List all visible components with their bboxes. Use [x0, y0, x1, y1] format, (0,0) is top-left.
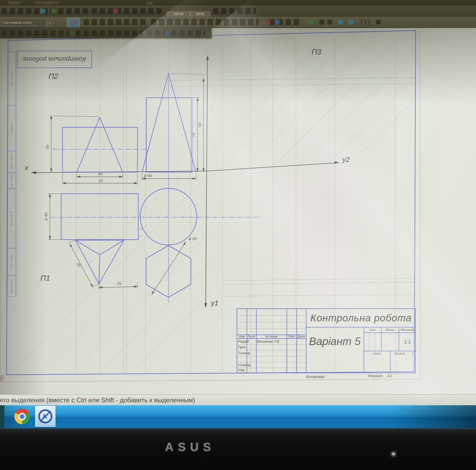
toolbar-icon[interactable]: [319, 20, 324, 25]
margin-box: Подп. и дата: [8, 151, 16, 173]
taskbar[interactable]: [0, 405, 476, 428]
toolbar-icon[interactable]: [113, 9, 118, 13]
dim-plan-45: 45: [76, 262, 82, 268]
status-bar: его выделения (вместе с Ctrl или Shift -…: [0, 394, 476, 406]
kompas-taskbar-button[interactable]: K: [35, 406, 56, 427]
dim-50: 50: [45, 145, 50, 149]
row-razrab-name: Василенко П.В: [256, 339, 287, 344]
monitor-bezel: [0, 428, 476, 470]
dim-35: 35: [117, 281, 122, 286]
toolbar-icon[interactable]: [40, 9, 45, 13]
row-utv: Утв: [237, 368, 257, 373]
scale-value: 1:1: [399, 336, 416, 348]
listov-value: 1: [409, 351, 416, 356]
col-data: Дата: [296, 335, 306, 338]
dim-cyl-height: 70: [192, 132, 196, 137]
margin-box: Инв. № подл.: [8, 275, 16, 297]
toolbar-icon[interactable]: [376, 20, 381, 25]
grid-icon[interactable]: ┃┃┃: [360, 19, 371, 25]
col-izm: Изм: [237, 335, 247, 338]
origin-marker-icon: [0, 376, 4, 381]
toolbar-compact[interactable]: [0, 28, 212, 38]
menu-item[interactable]: Инструменты: [35, 1, 58, 5]
coordinate-field-zero: 0.00: [146, 2, 153, 5]
toolbar-icon[interactable]: [164, 31, 169, 36]
screen-edge-glow: [0, 428, 476, 430]
toolbar-icon[interactable]: [275, 20, 280, 25]
dim-70: 70: [98, 178, 103, 183]
row-nkontr: Н.контр: [237, 362, 257, 368]
status-text: его выделения (вместе с Ctrl или Shift -…: [0, 396, 195, 404]
plane-p1-label: П1: [40, 274, 50, 282]
margin-box: Взам. инв. №: [8, 189, 16, 248]
col-ndoc: № докум: [256, 335, 287, 338]
toolbar-standard[interactable]: [0, 5, 476, 17]
format-value: А3: [387, 374, 392, 378]
power-led: [391, 452, 396, 456]
coordinate-axes[interactable]: [31, 55, 340, 308]
massa-header: Масса: [381, 328, 399, 332]
corner-stamp: Контрольна робота: [17, 51, 92, 68]
dim-cone-height: 90: [198, 122, 202, 127]
axis-y2-label: y2: [342, 155, 350, 164]
document-name: Варіант 5: [306, 331, 364, 352]
row-razrab: Разраб: [237, 339, 257, 344]
plane-labels: П2 П3 П1: [40, 48, 321, 282]
dim-plan-rect: ø 40: [44, 212, 48, 220]
lit-header: Лит: [364, 328, 381, 332]
listov-label: Листов: [390, 351, 409, 356]
monitor-brand-logo: ASUS: [165, 440, 215, 454]
plane-p2-label: П2: [49, 72, 58, 80]
margin-box: Инв. № дубл.: [8, 173, 16, 189]
col-list: Лист: [247, 335, 256, 338]
chrome-taskbar-button[interactable]: [12, 407, 32, 426]
menu-bar[interactable]: Правка Инструменты: [0, 0, 476, 5]
start-button-edge[interactable]: [0, 405, 4, 428]
masshtab-header: Масштаб: [399, 328, 416, 332]
toolbar-icon[interactable]: [309, 20, 313, 25]
toolbar-icon[interactable]: [338, 20, 343, 25]
row-prov: Пров: [237, 344, 257, 350]
coord-x-field[interactable]: 150.45: [167, 11, 191, 16]
dim-cone-dia: ø 90: [144, 173, 152, 178]
dim-hex-dia: ø 50: [189, 236, 197, 241]
toolbar-icon[interactable]: [71, 31, 75, 36]
col-podp: Подп: [287, 335, 296, 338]
chrome-icon: [14, 409, 30, 424]
title-block-title: Контрольна робота: [306, 309, 416, 327]
toolbar-icon[interactable]: [265, 20, 270, 25]
menu-item[interactable]: Правка: [8, 1, 20, 5]
dimension-labels: 50 45 70 ø 90 70 90 ø 40 45 35 ø 50: [44, 122, 202, 286]
toolbar-icon[interactable]: [348, 20, 353, 25]
margin-box: Подп. и дата: [8, 248, 16, 275]
active-tool-button[interactable]: [67, 18, 80, 28]
title-block: Изм Лист № докум Подп Дата Разраб Василе…: [237, 308, 416, 373]
axis-x-label: x: [24, 164, 29, 172]
corner-stamp-text: Контрольна робота: [23, 56, 86, 63]
kopiroval-label: Копировал: [294, 374, 337, 379]
margin-box: Справ. №: [8, 105, 16, 151]
coord-y-field[interactable]: 39.99: [190, 11, 210, 16]
axis-labels: x y1 y2: [24, 155, 350, 307]
margin-box: Перв. примен.: [8, 52, 16, 105]
toolbar-icon[interactable]: [327, 20, 332, 25]
format-label: Формат А3: [368, 374, 392, 378]
axis-y1-label: y1: [211, 299, 218, 307]
plane-p3-label: П3: [312, 48, 321, 56]
chevron-down-icon[interactable]: ▾: [47, 19, 53, 27]
toolbar-icon[interactable]: [51, 9, 56, 13]
front-view-prism-pyramid[interactable]: [63, 117, 137, 172]
list-label: Лист: [364, 351, 390, 356]
layer-selector[interactable]: Системный слой (: [1, 19, 46, 26]
dim-45: 45: [98, 172, 103, 176]
kompas-icon: K: [38, 409, 52, 423]
row-tkontr: Т.контр: [237, 350, 257, 356]
